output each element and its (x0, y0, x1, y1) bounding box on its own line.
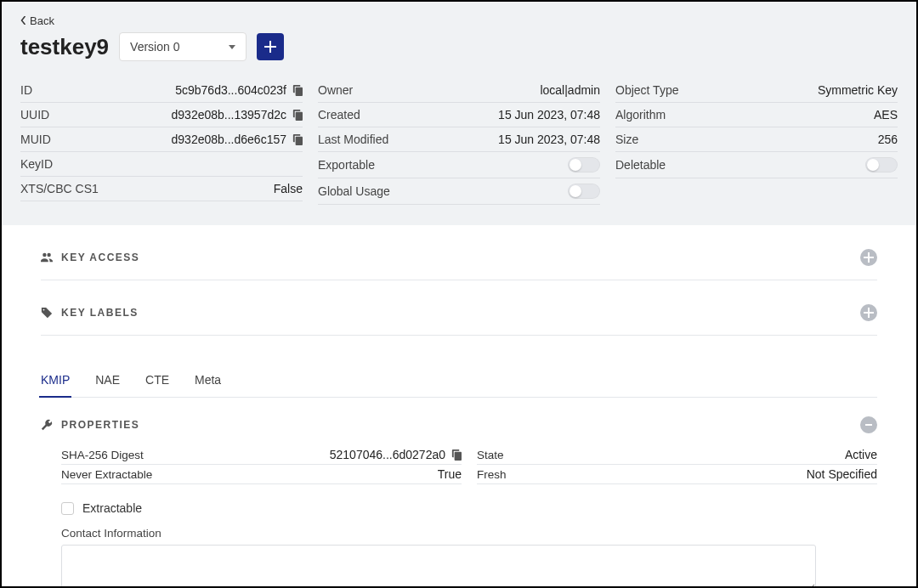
info-label: Last Modified (318, 133, 388, 146)
info-label: Algorithm (615, 108, 666, 122)
tab-meta[interactable]: Meta (195, 368, 221, 397)
info-value: 256 (878, 133, 898, 146)
plus-icon (864, 252, 874, 263)
copy-icon[interactable] (292, 85, 303, 96)
info-value: 15 Jun 2023, 07:48 (498, 108, 600, 122)
info-label: XTS/CBC CS1 (20, 182, 99, 195)
info-row: Global Usage (318, 178, 600, 205)
property-value: True (438, 467, 462, 481)
toggle-switch[interactable] (568, 184, 600, 199)
info-row: Last Modified15 Jun 2023, 07:48 (318, 127, 600, 152)
key-access-section: KEY ACCESS (41, 225, 877, 280)
info-value: d932e08b...13957d2c (172, 108, 303, 122)
info-value (865, 157, 898, 172)
extractable-label: Extractable (82, 501, 142, 515)
info-value: 15 Jun 2023, 07:48 (498, 133, 600, 146)
info-row: UUIDd932e08b...13957d2c (20, 103, 303, 127)
property-row: StateActive (477, 445, 877, 465)
extractable-checkbox[interactable] (61, 502, 74, 515)
copy-icon[interactable] (450, 449, 462, 461)
info-value: False (274, 182, 303, 195)
properties-col-2: StateActiveFreshNot Specified (477, 445, 877, 484)
add-key-access-button[interactable] (860, 249, 877, 266)
version-label: Version 0 (130, 40, 179, 54)
property-value: Active (845, 448, 877, 461)
info-label: ID (20, 83, 32, 97)
info-label: Deletable (615, 158, 666, 172)
tab-nae[interactable]: NAE (95, 368, 120, 397)
info-row: Object TypeSymmetric Key (615, 78, 898, 103)
property-label: SHA-256 Digest (61, 449, 144, 461)
property-value: 52107046...6d0272a0 (330, 448, 462, 461)
info-row: Ownerlocal|admin (318, 78, 600, 103)
add-key-label-button[interactable] (860, 304, 877, 321)
page-title: testkey9 (20, 34, 109, 60)
info-row: XTS/CBC CS1False (20, 177, 303, 201)
plus-icon (864, 308, 874, 318)
caret-down-icon (229, 45, 235, 49)
toggle-switch[interactable] (865, 157, 898, 172)
property-label: Fresh (477, 468, 507, 481)
property-row: FreshNot Specified (477, 465, 877, 484)
copy-icon[interactable] (292, 134, 303, 145)
info-value: 5c9b76d3...604c023f (175, 83, 303, 97)
add-version-button[interactable] (257, 33, 284, 60)
tab-cte[interactable]: CTE (145, 368, 169, 397)
info-col-1: ID5c9b76d3...604c023fUUIDd932e08b...1395… (20, 78, 303, 205)
back-label: Back (30, 14, 54, 27)
key-labels-title: KEY LABELS (61, 307, 139, 319)
tab-kmip[interactable]: KMIP (41, 368, 70, 397)
property-row: Never ExtractableTrue (61, 465, 462, 484)
properties-col-1: SHA-256 Digest52107046...6d0272a0Never E… (61, 445, 462, 484)
info-value: d932e08b...d6e6c157 (172, 133, 303, 146)
info-value: AES (874, 108, 898, 122)
tag-icon (41, 307, 53, 319)
toggle-switch[interactable] (568, 157, 600, 172)
info-label: Object Type (615, 83, 678, 97)
info-row: AlgorithmAES (615, 103, 898, 127)
chevron-left-icon (20, 16, 26, 25)
key-access-title: KEY ACCESS (61, 252, 139, 263)
info-row: MUIDd932e08b...d6e6c157 (20, 127, 303, 152)
property-value: Not Specified (807, 467, 877, 481)
property-label: Never Extractable (61, 468, 152, 481)
svg-rect-0 (865, 424, 872, 426)
info-col-3: Object TypeSymmetric KeyAlgorithmAESSize… (615, 78, 898, 205)
key-labels-section: KEY LABELS (41, 280, 877, 336)
property-row: SHA-256 Digest52107046...6d0272a0 (61, 445, 462, 465)
info-label: KeyID (20, 157, 53, 171)
wrench-icon (41, 419, 53, 431)
info-label: Created (318, 108, 360, 122)
info-value: Symmetric Key (818, 83, 898, 97)
info-row: Deletable (615, 152, 898, 178)
back-link[interactable]: Back (20, 14, 54, 27)
info-row: KeyID (20, 152, 303, 177)
info-label: Exportable (318, 158, 375, 172)
info-value (568, 184, 600, 199)
info-grid: ID5c9b76d3...604c023fUUIDd932e08b...1395… (2, 78, 916, 225)
collapse-properties-button[interactable] (860, 416, 877, 433)
tabs: KMIPNAECTEMeta (41, 368, 877, 398)
copy-icon[interactable] (292, 110, 303, 121)
info-row: Size256 (615, 127, 898, 152)
info-col-2: Ownerlocal|adminCreated15 Jun 2023, 07:4… (318, 78, 600, 205)
property-label: State (477, 449, 504, 461)
info-value: local|admin (540, 83, 600, 97)
info-label: Owner (318, 83, 353, 97)
plus-icon (264, 41, 276, 53)
contact-info-label: Contact Information (61, 527, 877, 540)
version-select[interactable]: Version 0 (119, 32, 246, 61)
properties-title: PROPERTIES (61, 419, 139, 431)
info-value (568, 157, 600, 172)
contact-info-input[interactable] (61, 545, 816, 588)
users-icon (41, 252, 53, 263)
minus-icon (864, 420, 874, 430)
info-row: ID5c9b76d3...604c023f (20, 78, 303, 103)
info-label: Global Usage (318, 184, 390, 198)
info-label: UUID (20, 108, 49, 122)
info-label: MUID (20, 133, 51, 146)
info-label: Size (615, 133, 638, 146)
info-row: Created15 Jun 2023, 07:48 (318, 103, 600, 127)
info-row: Exportable (318, 152, 600, 178)
